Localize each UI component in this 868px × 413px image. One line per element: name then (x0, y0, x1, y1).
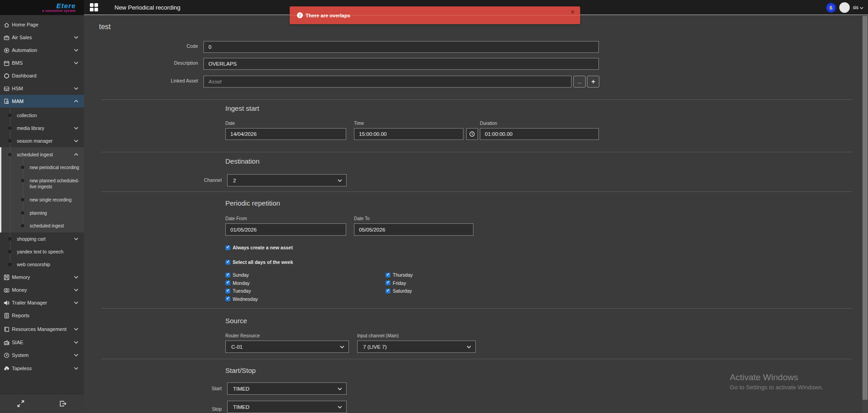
tree-node-dot (21, 166, 24, 169)
chevron-down-icon (74, 328, 78, 330)
waffle-grid-icon[interactable] (90, 3, 98, 11)
router-resource-select[interactable]: C-01 (225, 341, 349, 353)
sidebar-item-scheduled-ingest[interactable]: scheduled ingest (0, 219, 84, 232)
linked-asset-label: Linked Asset (143, 78, 198, 83)
sidebar-item-dashboard[interactable]: Dashboard (0, 69, 84, 82)
sidebar-item-planning[interactable]: planning (0, 206, 84, 219)
checkbox-tuesday-row: Tuesday (225, 288, 251, 294)
sidebar-item-label: web censorship (17, 262, 50, 268)
sidebar-item-new-single-recording[interactable]: new single recording (0, 193, 84, 206)
sidebar-item-trailer-manager[interactable]: Trailer Manager (0, 296, 84, 309)
chevron-up-icon (74, 100, 78, 103)
logout-icon[interactable] (59, 400, 66, 407)
section-source: Source (225, 317, 247, 325)
checkbox-wednesday-label: Wednesday (233, 296, 258, 302)
add-asset-button[interactable]: + (587, 76, 599, 88)
tree-node-dot (21, 198, 24, 201)
checkbox-sunday[interactable] (225, 273, 230, 278)
avatar[interactable] (839, 2, 850, 13)
sidebar-item-reports[interactable]: Reports (0, 309, 84, 322)
sidebar-item-mam[interactable]: MAM (0, 95, 84, 108)
channel-select[interactable]: 2 (227, 174, 347, 186)
input-channel-select[interactable]: 7 (LIVE 7) (357, 341, 476, 353)
cloud-upload-icon (3, 365, 10, 372)
section-ingest-start: Ingest start (225, 104, 259, 112)
checkbox-wednesday[interactable] (225, 296, 230, 301)
user-menu[interactable]: sis (853, 5, 863, 10)
sidebar-item-system[interactable]: System (0, 349, 84, 361)
start-select[interactable]: TIMED (227, 382, 347, 395)
checkbox-always-create-a-new-asset[interactable] (225, 245, 230, 250)
checkbox-friday[interactable] (385, 280, 390, 285)
sidebar-item-hsm[interactable]: HSM (0, 82, 84, 95)
checkbox-monday[interactable] (225, 280, 230, 285)
checkbox-select-all-days-of-the-week[interactable] (225, 260, 230, 265)
sidebar-item-tapeless[interactable]: Tapeless (0, 362, 84, 375)
checkbox-select-all-days-of-the-week-label: Select all days of the week (233, 259, 293, 265)
sidebar-item-bms[interactable]: BMS (0, 57, 84, 69)
checkbox-sunday-label: Sunday (233, 272, 249, 278)
ingest-time-input[interactable] (354, 128, 463, 140)
sidebar-item-new-periodical-recording[interactable]: new periodical recording (0, 161, 84, 174)
checkbox-thursday-label: Thursday (393, 272, 413, 278)
sidebar-item-automation[interactable]: Automation (0, 44, 84, 57)
sidebar-item-yandex-text-to-speech[interactable]: yandex text to speech (0, 245, 84, 258)
sidebar-item-label: HSM (12, 86, 23, 92)
sidebar-item-siae[interactable]: SIAE (0, 336, 84, 349)
notification-badge[interactable]: 6 (826, 3, 836, 13)
sidebar-item-resources-management[interactable]: Resources Management (0, 323, 84, 336)
home-icon (3, 21, 10, 28)
sidebar-item-scheduled-ingest[interactable]: scheduled ingest (0, 148, 84, 161)
checkbox-tuesday[interactable] (225, 289, 230, 294)
sidebar-item-label: SIAE (12, 340, 23, 346)
section-periodic-repetition: Periodic repetition (225, 199, 280, 207)
sidebar-item-home-page[interactable]: Home Page (0, 18, 84, 31)
sidebar-item-shopping-cart[interactable]: shopping cart (0, 232, 84, 245)
sidebar-item-money[interactable]: Money (0, 284, 84, 296)
linked-asset-input[interactable] (203, 76, 572, 88)
sidebar-item-collection[interactable]: collection (0, 109, 84, 122)
sidebar-item-season-manager[interactable]: season manager (0, 134, 84, 147)
sidebar-item-label: season manager (17, 138, 52, 144)
stop-label: Stop (167, 406, 222, 412)
sidebar-item-label: Memory (12, 274, 30, 280)
checkbox-saturday-row: Saturday (385, 288, 412, 294)
ingest-date-input[interactable] (225, 128, 346, 140)
duration-input[interactable] (480, 128, 599, 140)
sidebar-item-label: Trailer Manager (12, 300, 47, 306)
inbox-icon (3, 85, 10, 92)
coin-icon (3, 287, 10, 293)
tree-node-dot (8, 250, 11, 253)
date-from-input[interactable] (225, 223, 346, 236)
sidebar-item-label: Home Page (12, 22, 38, 28)
tree-node-dot (21, 224, 24, 227)
sidebar-item-media-library[interactable]: media library (0, 122, 84, 134)
stop-select[interactable]: TIMED (227, 401, 347, 413)
checkbox-friday-row: Friday (385, 280, 406, 286)
sidebar-item-label: shopping cart (17, 236, 46, 242)
checkbox-saturday[interactable] (385, 289, 390, 294)
date-to-input[interactable] (354, 223, 473, 236)
sidebar-item-web-censorship[interactable]: web censorship (0, 258, 84, 271)
calendar-icon (3, 60, 10, 66)
sidebar-item-air-sales[interactable]: Air Sales (0, 31, 84, 44)
watermark-line2: Go to Settings to activate Windows. (730, 384, 823, 391)
sidebar-item-new-planned-scheduled-live-ingests[interactable]: new planned scheduled-live ingests (0, 174, 84, 193)
browse-asset-button[interactable]: ... (573, 76, 586, 88)
code-input[interactable] (203, 41, 599, 53)
scrollbar-thumb[interactable] (863, 16, 868, 400)
alert-message: There are overlaps (306, 13, 350, 18)
description-input[interactable] (203, 58, 599, 70)
expand-arrows-icon[interactable] (17, 400, 24, 407)
close-icon[interactable]: ✕ (571, 9, 575, 15)
checkbox-thursday[interactable] (385, 273, 390, 278)
scrollbar[interactable] (862, 15, 868, 413)
checkbox-tuesday-label: Tuesday (233, 288, 251, 294)
radio-icon (3, 339, 10, 346)
clock-icon[interactable] (466, 128, 478, 140)
file-text-icon (3, 312, 10, 319)
sidebar-item-label: new periodical recording (30, 165, 79, 170)
divider (101, 359, 852, 359)
divider (101, 308, 852, 309)
sidebar-item-memory[interactable]: Memory (0, 271, 84, 284)
